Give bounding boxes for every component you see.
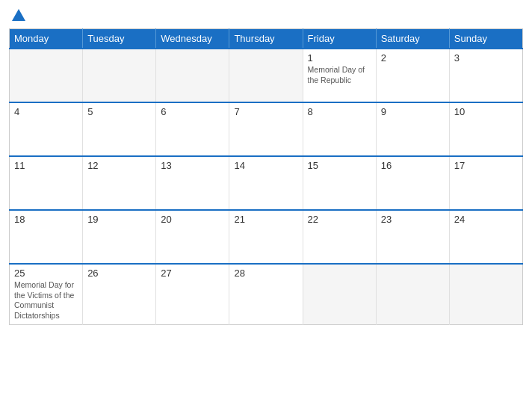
col-header-friday: Friday: [303, 29, 376, 49]
day-number: 18: [14, 214, 78, 225]
calendar-day-cell: [229, 49, 303, 102]
day-number: 6: [161, 106, 224, 117]
calendar-day-cell: 18: [10, 210, 83, 264]
calendar-day-cell: 10: [449, 102, 522, 156]
day-number: 12: [87, 160, 151, 171]
calendar-day-cell: 4: [10, 102, 83, 156]
calendar-header-row: MondayTuesdayWednesdayThursdayFridaySatu…: [10, 29, 523, 49]
logo-flag-icon: [10, 7, 27, 24]
calendar-day-cell: [449, 264, 522, 324]
calendar-day-cell: 26: [83, 264, 156, 324]
calendar-day-cell: 25Memorial Day for the Victims of the Co…: [10, 264, 83, 324]
logo: [9, 7, 27, 24]
day-number: 20: [161, 214, 224, 225]
calendar-day-cell: 12: [83, 156, 156, 210]
day-number: 24: [454, 214, 518, 225]
calendar-day-cell: 9: [376, 102, 449, 156]
day-number: 26: [87, 268, 151, 279]
day-number: 23: [381, 214, 445, 225]
day-number: 10: [454, 106, 518, 117]
calendar-day-cell: [10, 49, 83, 102]
col-header-wednesday: Wednesday: [156, 29, 229, 49]
calendar-day-cell: 28: [229, 264, 303, 324]
calendar-day-cell: 1Memorial Day of the Republic: [303, 49, 376, 102]
calendar-day-cell: [83, 49, 156, 102]
calendar-day-cell: 17: [449, 156, 522, 210]
calendar-day-cell: 15: [303, 156, 376, 210]
day-number: 25: [14, 268, 78, 279]
day-number: 13: [161, 160, 224, 171]
day-number: 16: [381, 160, 445, 171]
calendar-day-cell: 7: [229, 102, 303, 156]
calendar-day-cell: 11: [10, 156, 83, 210]
calendar-day-cell: 13: [156, 156, 229, 210]
calendar-day-cell: 5: [83, 102, 156, 156]
day-number: 3: [454, 52, 518, 64]
day-number: 5: [87, 106, 151, 117]
col-header-saturday: Saturday: [376, 29, 449, 49]
col-header-tuesday: Tuesday: [83, 29, 156, 49]
calendar-day-cell: 27: [156, 264, 229, 324]
day-number: 15: [308, 160, 371, 171]
calendar-day-cell: 8: [303, 102, 376, 156]
calendar-day-cell: [303, 264, 376, 324]
calendar-week-row: 11121314151617: [10, 156, 523, 210]
day-event: Memorial Day for the Victims of the Comm…: [14, 280, 78, 321]
day-number: 9: [381, 106, 445, 117]
day-number: 14: [234, 160, 297, 171]
calendar-week-row: 18192021222324: [10, 210, 523, 264]
day-event: Memorial Day of the Republic: [308, 65, 371, 85]
calendar-day-cell: 22: [303, 210, 376, 264]
day-number: 22: [308, 214, 371, 225]
header: [9, 7, 523, 24]
calendar-day-cell: 21: [229, 210, 303, 264]
day-number: 1: [308, 52, 371, 64]
calendar-day-cell: 16: [376, 156, 449, 210]
day-number: 7: [234, 106, 297, 117]
col-header-sunday: Sunday: [449, 29, 522, 49]
calendar-day-cell: [156, 49, 229, 102]
calendar-day-cell: 3: [449, 49, 522, 102]
calendar-day-cell: 14: [229, 156, 303, 210]
calendar-day-cell: 19: [83, 210, 156, 264]
day-number: 28: [234, 268, 297, 279]
day-number: 8: [308, 106, 371, 117]
day-number: 19: [87, 214, 151, 225]
calendar-day-cell: 23: [376, 210, 449, 264]
day-number: 4: [14, 106, 78, 117]
calendar-table: MondayTuesdayWednesdayThursdayFridaySatu…: [9, 28, 523, 325]
day-number: 27: [161, 268, 224, 279]
day-number: 11: [14, 160, 78, 171]
calendar-day-cell: 24: [449, 210, 522, 264]
col-header-monday: Monday: [10, 29, 83, 49]
calendar-week-row: 45678910: [10, 102, 523, 156]
col-header-thursday: Thursday: [229, 29, 303, 49]
day-number: 17: [454, 160, 518, 171]
calendar-week-row: 1Memorial Day of the Republic23: [10, 49, 523, 102]
day-number: 21: [234, 214, 297, 225]
calendar-day-cell: 2: [376, 49, 449, 102]
calendar-day-cell: [376, 264, 449, 324]
calendar-day-cell: 6: [156, 102, 229, 156]
calendar-day-cell: 20: [156, 210, 229, 264]
svg-marker-0: [12, 9, 25, 21]
calendar-week-row: 25Memorial Day for the Victims of the Co…: [10, 264, 523, 324]
day-number: 2: [381, 52, 445, 64]
page: MondayTuesdayWednesdayThursdayFridaySatu…: [0, 0, 532, 411]
